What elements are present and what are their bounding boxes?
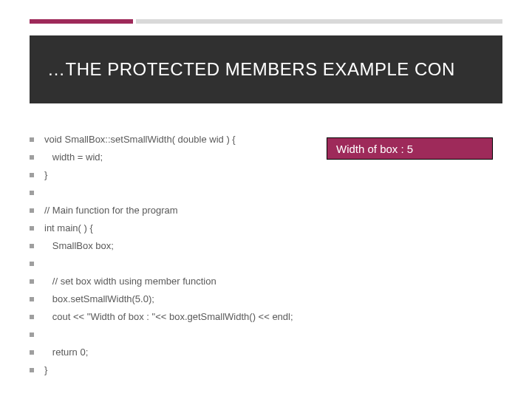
- top-rule: [30, 19, 502, 24]
- title-band: …THE PROTECTED MEMBERS EXAMPLE CON: [30, 35, 502, 103]
- list-item: // Main function for the program: [30, 204, 318, 217]
- bullet-icon: [30, 368, 34, 372]
- list-item: void SmallBox::setSmallWidth( double wid…: [30, 133, 318, 146]
- bullet-icon: [30, 244, 34, 248]
- bullet-icon: [30, 297, 34, 301]
- output-box: Width of box : 5: [327, 137, 493, 160]
- code-content: void SmallBox::setSmallWidth( double wid…: [30, 133, 318, 381]
- list-item: // set box width using member function: [30, 275, 318, 288]
- bullet-icon: [30, 155, 34, 160]
- list-item: width = wid;: [30, 151, 318, 164]
- slide-title: …THE PROTECTED MEMBERS EXAMPLE CON: [47, 59, 455, 80]
- bullet-icon: [30, 208, 34, 213]
- code-text: width = wid;: [44, 151, 103, 164]
- list-item: SmallBox box;: [30, 239, 318, 253]
- code-text: // Main function for the program: [44, 204, 178, 217]
- bullet-icon: [30, 226, 34, 231]
- bullet-icon: [30, 173, 34, 177]
- code-text: }: [44, 364, 47, 377]
- bullet-icon: [30, 137, 34, 142]
- list-item: }: [30, 168, 318, 182]
- slide: …THE PROTECTED MEMBERS EXAMPLE CON void …: [0, 0, 532, 399]
- code-text: box.setSmallWidth(5.0);: [44, 293, 154, 306]
- bullet-icon: [30, 191, 34, 195]
- code-text: }: [44, 168, 47, 182]
- code-text: int main( ) {: [44, 222, 93, 235]
- list-item: [30, 328, 318, 341]
- list-item: box.setSmallWidth(5.0);: [30, 293, 318, 306]
- bullet-icon: [30, 279, 34, 284]
- code-text: return 0;: [44, 346, 88, 359]
- list-item: [30, 186, 318, 200]
- code-text: SmallBox box;: [44, 239, 114, 253]
- top-rule-accent: [30, 19, 133, 24]
- bullet-icon: [30, 350, 34, 355]
- output-text: Width of box : 5: [336, 143, 413, 155]
- bullet-icon: [30, 262, 34, 266]
- top-rule-fill: [136, 19, 502, 24]
- list-item: cout << "Width of box : "<< box.getSmall…: [30, 310, 318, 324]
- list-item: [30, 257, 318, 270]
- list-item: int main( ) {: [30, 222, 318, 235]
- code-text: cout << "Width of box : "<< box.getSmall…: [44, 310, 293, 324]
- list-item: }: [30, 364, 318, 377]
- code-text: // set box width using member function: [44, 275, 216, 288]
- code-text: void SmallBox::setSmallWidth( double wid…: [44, 133, 236, 146]
- bullet-icon: [30, 315, 34, 319]
- list-item: return 0;: [30, 346, 318, 359]
- bullet-icon: [30, 332, 34, 337]
